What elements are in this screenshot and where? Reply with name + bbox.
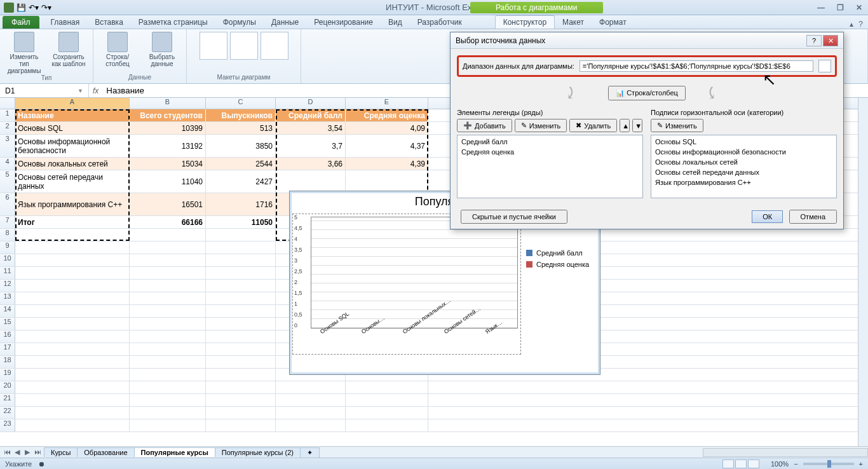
cell[interactable] xyxy=(130,381,206,393)
cell[interactable] xyxy=(276,419,346,432)
chart-range-input[interactable] xyxy=(580,60,813,72)
cell[interactable] xyxy=(15,305,130,317)
cell[interactable] xyxy=(130,318,206,330)
cell[interactable]: 3,7 xyxy=(276,135,346,157)
cell[interactable]: 2544 xyxy=(206,158,276,170)
row-header[interactable]: 19 xyxy=(0,369,15,381)
cell[interactable] xyxy=(15,356,130,368)
row-header[interactable]: 18 xyxy=(0,356,15,368)
cell[interactable] xyxy=(15,369,130,381)
cell[interactable] xyxy=(130,254,206,266)
close-icon[interactable]: ✕ xyxy=(853,3,865,12)
list-item[interactable]: Основы локальных сетей xyxy=(653,157,835,167)
range-picker-icon[interactable] xyxy=(818,60,831,72)
cell[interactable] xyxy=(206,292,276,304)
cell[interactable] xyxy=(206,407,276,419)
row-header[interactable]: 1 xyxy=(0,109,15,121)
tab-home[interactable]: Главная xyxy=(43,16,88,29)
legend-listbox[interactable]: Средний балл Средняя оценка xyxy=(457,135,643,198)
restore-icon[interactable]: ❐ xyxy=(834,3,846,12)
redo-icon[interactable]: ↷▾ xyxy=(41,3,51,12)
cell[interactable]: Средний балл xyxy=(276,109,346,121)
list-item[interactable]: Язык программирования C++ xyxy=(653,177,835,187)
cell[interactable]: Основы локальных сетей xyxy=(15,158,130,170)
cell[interactable]: 1716 xyxy=(206,193,276,215)
cell[interactable] xyxy=(346,381,428,393)
cell[interactable] xyxy=(206,343,276,355)
cell[interactable]: 11050 xyxy=(206,216,276,228)
fx-icon[interactable]: fx xyxy=(89,86,102,95)
row-header[interactable]: 8 xyxy=(0,229,15,241)
cell[interactable] xyxy=(130,356,206,368)
hidden-cells-button[interactable]: Скрытые и пустые ячейки xyxy=(461,210,567,224)
undo-icon[interactable]: ↶▾ xyxy=(29,3,39,12)
cell[interactable]: Средняя оценка xyxy=(346,109,428,121)
tab-developer[interactable]: Разработчик xyxy=(410,16,470,29)
cell[interactable] xyxy=(130,305,206,317)
list-item[interactable]: Основы информационной безопасности xyxy=(653,147,835,157)
cell[interactable] xyxy=(15,280,130,292)
cell[interactable] xyxy=(206,241,276,254)
legend-edit-button[interactable]: ✎ Изменить xyxy=(515,119,567,132)
cell[interactable] xyxy=(130,330,206,343)
legend-move-down-button[interactable]: ▼ xyxy=(632,119,642,132)
row-header[interactable]: 2 xyxy=(0,122,15,134)
cell[interactable]: 513 xyxy=(206,122,276,134)
row-header[interactable]: 12 xyxy=(0,280,15,292)
row-header[interactable]: 22 xyxy=(0,407,15,419)
cell[interactable]: 2427 xyxy=(206,170,276,193)
tab-formulas[interactable]: Формулы xyxy=(215,16,264,29)
cell[interactable]: Итог xyxy=(15,216,130,228)
cell[interactable] xyxy=(206,369,276,381)
col-header-e[interactable]: E xyxy=(346,98,428,109)
cell[interactable]: Название xyxy=(15,109,130,121)
sheet-tab-active[interactable]: Популярные курсы xyxy=(134,447,215,457)
sheet-last-icon[interactable]: ⏭ xyxy=(33,448,42,456)
col-header-a[interactable]: A xyxy=(15,98,130,109)
view-layout-icon[interactable] xyxy=(735,459,747,468)
tab-page-layout[interactable]: Разметка страницы xyxy=(131,16,215,29)
row-header[interactable]: 15 xyxy=(0,318,15,330)
row-header[interactable]: 16 xyxy=(0,330,15,343)
cell[interactable]: 10399 xyxy=(130,122,206,134)
zoom-level[interactable]: 100% xyxy=(771,460,789,468)
dialog-help-icon[interactable]: ? xyxy=(806,35,822,46)
col-header-b[interactable]: B xyxy=(130,98,206,109)
cell[interactable] xyxy=(130,229,206,241)
tab-review[interactable]: Рецензирование xyxy=(306,16,381,29)
layout-gallery-item[interactable] xyxy=(200,32,227,60)
cell[interactable] xyxy=(206,381,276,393)
new-sheet-icon[interactable]: ✦ xyxy=(300,447,320,458)
macro-record-icon[interactable]: ⏺ xyxy=(38,460,45,468)
tab-data[interactable]: Данные xyxy=(264,16,306,29)
tab-chart-design[interactable]: Конструктор xyxy=(495,15,555,29)
list-item[interactable]: Средний балл xyxy=(459,137,641,147)
cell[interactable] xyxy=(130,369,206,381)
cell[interactable]: 3850 xyxy=(206,135,276,157)
row-header[interactable]: 10 xyxy=(0,254,15,266)
cell[interactable] xyxy=(15,254,130,266)
list-item[interactable]: Средняя оценка xyxy=(459,147,641,157)
row-header[interactable]: 13 xyxy=(0,292,15,304)
tab-view[interactable]: Вид xyxy=(381,16,410,29)
cell[interactable]: Основы сетей передачи данных xyxy=(15,170,130,193)
legend-move-up-button[interactable]: ▲ xyxy=(620,119,630,132)
cell[interactable] xyxy=(206,330,276,343)
switch-row-col-button[interactable]: Строка/столбец xyxy=(98,32,137,67)
cell[interactable]: 66166 xyxy=(130,216,206,228)
tab-chart-format[interactable]: Формат xyxy=(592,16,634,29)
cell[interactable] xyxy=(276,394,346,406)
legend-add-button[interactable]: ➕ Добавить xyxy=(457,119,512,132)
horizontal-scrollbar[interactable] xyxy=(703,448,868,457)
minimize-icon[interactable]: — xyxy=(815,3,827,12)
sheet-next-icon[interactable]: ▶ xyxy=(23,448,32,456)
cell[interactable] xyxy=(276,381,346,393)
cell[interactable] xyxy=(130,407,206,419)
axis-edit-button[interactable]: ✎ Изменить xyxy=(651,119,703,132)
cancel-button[interactable]: Отмена xyxy=(789,210,837,224)
row-header[interactable]: 17 xyxy=(0,343,15,355)
cell[interactable]: 15034 xyxy=(130,158,206,170)
sheet-tab[interactable]: Курсы xyxy=(44,447,78,457)
view-break-icon[interactable] xyxy=(748,459,759,468)
cell[interactable] xyxy=(15,419,130,432)
